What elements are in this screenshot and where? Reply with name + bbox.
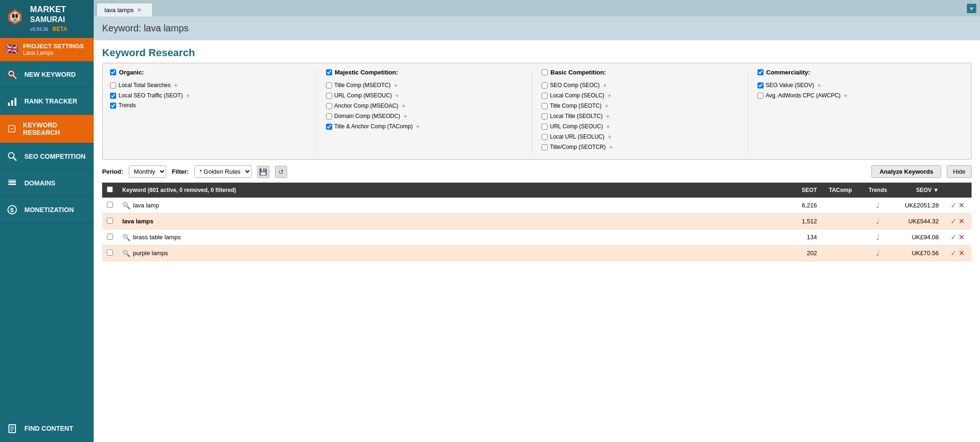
organic-checkbox[interactable]: [110, 69, 116, 75]
sidebar-item-new-keyword[interactable]: NEW KEYWORD: [0, 61, 94, 88]
period-dropdown[interactable]: Monthly Weekly Daily: [129, 166, 166, 177]
filter-dropdown[interactable]: * Golden Rules All: [195, 166, 251, 177]
tacomp-checkbox[interactable]: [326, 124, 332, 130]
seouc-checkbox[interactable]: [542, 124, 548, 130]
row-checkbox[interactable]: [107, 218, 113, 224]
awcpc-checkbox[interactable]: [757, 93, 764, 99]
row-checkbox[interactable]: [107, 234, 113, 240]
seoc-plus[interactable]: +: [603, 81, 607, 89]
th-seot[interactable]: SEOT: [789, 183, 822, 198]
awcpc-plus[interactable]: +: [844, 92, 847, 99]
th-seov[interactable]: SEOV ▼: [897, 183, 943, 198]
local-seo-traffic-checkbox[interactable]: [110, 93, 116, 99]
seoltc-plus[interactable]: +: [606, 112, 609, 120]
commerciality-checkbox[interactable]: [757, 69, 764, 75]
save-filter-button[interactable]: 💾: [257, 166, 269, 178]
sidebar-item-monetization[interactable]: $ MONETIZATION: [0, 197, 94, 223]
accept-button[interactable]: ✓: [950, 233, 957, 241]
mseouc-checkbox[interactable]: [326, 93, 332, 99]
remove-button[interactable]: ✕: [958, 249, 965, 257]
filter-col-commerciality: Commerciality: SEO Value (SEOV) + Avg. A…: [757, 69, 964, 154]
mseoac-plus[interactable]: +: [401, 102, 405, 110]
seotc-checkbox[interactable]: [542, 103, 548, 109]
analyze-keywords-button[interactable]: Analyze Keywords: [871, 165, 941, 178]
sidebar-label-keyword-research: KEYWORD RESEARCH: [23, 121, 88, 136]
sidebar-label-rank-tracker: RANK TRACKER: [24, 97, 77, 105]
period-select[interactable]: Monthly Weekly Daily: [129, 165, 166, 178]
monetization-icon: $: [6, 203, 19, 216]
seouc-plus[interactable]: +: [606, 123, 610, 130]
sidebar-label-domains: DOMAINS: [24, 179, 55, 187]
seov-plus[interactable]: +: [817, 81, 821, 89]
table-row: 🔍purple lamps202♩UK£70.56✓ ✕: [102, 245, 972, 261]
local-total-searches-checkbox[interactable]: [110, 82, 116, 88]
remove-button[interactable]: ✕: [958, 233, 965, 241]
trends-checkbox[interactable]: [110, 103, 116, 109]
mseouc-plus[interactable]: +: [395, 92, 399, 99]
mseodc-plus[interactable]: +: [403, 112, 407, 120]
seoltc-checkbox[interactable]: [542, 113, 548, 119]
tab-close-button[interactable]: ×: [137, 6, 141, 14]
basic-checkbox[interactable]: [542, 69, 548, 75]
sidebar-item-rank-tracker[interactable]: RANK TRACKER: [0, 88, 94, 115]
row-checkbox[interactable]: [107, 250, 113, 256]
sidebar-item-find-content[interactable]: FIND CONTENT: [0, 415, 94, 442]
th-checkbox: [102, 183, 118, 198]
mseodc-checkbox[interactable]: [326, 113, 332, 119]
trend-icon: ♩: [876, 249, 880, 257]
keyword-cell: 🔍purple lamps: [122, 250, 784, 257]
trend-icon: ♩: [876, 217, 880, 225]
th-trends[interactable]: Trends: [859, 183, 897, 198]
sidebar-item-keyword-research[interactable]: KEYWORD RESEARCH: [0, 115, 94, 143]
seoluc-checkbox[interactable]: [542, 134, 548, 140]
filter-seoc: SEO Comp (SEOC) +: [542, 81, 742, 89]
trends-cell: ♩: [859, 245, 897, 261]
remove-button[interactable]: ✕: [958, 201, 965, 209]
filter-seotcr: Title/Comp (SEOTCR) +: [542, 143, 742, 151]
sidebar-label-monetization: MONETIZATION: [24, 206, 74, 214]
seolc-plus[interactable]: +: [608, 92, 611, 99]
accept-button[interactable]: ✓: [950, 249, 957, 257]
seotcr-plus[interactable]: +: [609, 143, 613, 151]
mseoac-checkbox[interactable]: [326, 103, 332, 109]
rank-tracker-icon: [6, 95, 19, 108]
project-settings-button[interactable]: 🇬🇧 PROJECT SETTINGS Lava Lamps: [0, 38, 94, 61]
seoc-checkbox[interactable]: [542, 82, 548, 88]
trends-cell: ♩: [859, 229, 897, 245]
seolc-checkbox[interactable]: [542, 93, 548, 99]
mseotc-plus[interactable]: +: [394, 81, 398, 89]
seotcr-checkbox[interactable]: [542, 144, 548, 150]
filter-mseouc: URL Comp (MSEOUC) +: [326, 92, 527, 99]
reset-filter-button[interactable]: ↺: [275, 166, 287, 178]
sidebar-label-find-content: FIND CONTENT: [24, 425, 73, 432]
filter-seotc: Title Comp (SEOTC) +: [542, 102, 742, 110]
trends-cell: ♩: [859, 214, 897, 229]
local-total-searches-plus[interactable]: +: [174, 81, 178, 89]
seot-cell: 1,512: [789, 214, 822, 229]
tab-dropdown-button[interactable]: ▼: [967, 4, 976, 13]
hide-button[interactable]: Hide: [947, 165, 972, 178]
accept-button[interactable]: ✓: [950, 201, 957, 209]
sidebar-item-domains[interactable]: DOMAINS: [0, 170, 94, 197]
accept-button[interactable]: ✓: [950, 217, 957, 225]
th-tacomp[interactable]: TAComp: [822, 183, 859, 198]
sidebar-item-seo-competition[interactable]: SEO COMPETITION: [0, 143, 94, 170]
flag-icon: 🇬🇧: [6, 43, 18, 55]
organic-title: Organic:: [110, 69, 311, 78]
project-settings-subtitle: Lava Lamps: [23, 50, 84, 56]
tacomp-plus[interactable]: +: [416, 123, 420, 130]
table-row: 🔍brass table lamps134♩UK£94.08✓ ✕: [102, 229, 972, 245]
seov-checkbox[interactable]: [757, 82, 764, 88]
mseotc-checkbox[interactable]: [326, 82, 332, 88]
select-all-checkbox[interactable]: [107, 186, 113, 192]
local-seo-traffic-plus[interactable]: +: [186, 92, 190, 99]
remove-button[interactable]: ✕: [958, 217, 965, 225]
filter-select[interactable]: * Golden Rules All: [194, 165, 252, 178]
keyword-cell: 🔍brass table lamps: [122, 234, 784, 241]
row-checkbox[interactable]: [107, 202, 113, 208]
filter-seolc: Local Comp (SEOLC) +: [542, 92, 742, 99]
tab-lava-lamps[interactable]: lava lamps ×: [97, 3, 153, 16]
majestic-checkbox[interactable]: [326, 69, 332, 75]
seoluc-plus[interactable]: +: [608, 133, 611, 140]
seotc-plus[interactable]: +: [605, 102, 609, 110]
